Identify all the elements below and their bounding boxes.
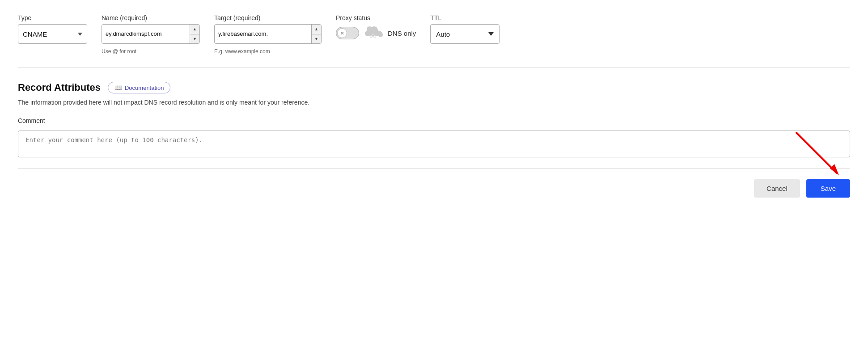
section-description: The information provided here will not i… [18,98,850,107]
ttl-label: TTL [430,14,500,21]
type-select[interactable]: CNAME [18,24,87,44]
ttl-chevron-down-icon [488,32,494,36]
comment-field: Comment [18,117,850,157]
type-field: Type CNAME [18,14,87,44]
chevron-down-icon [78,33,82,36]
target-spinbox[interactable]: y.firebasemail.com. ▲ ▼ [214,24,322,44]
target-label: Target (required) [214,14,322,21]
record-attributes-section: Record Attributes 📖 Documentation The in… [18,68,850,169]
target-value: y.firebasemail.com. [215,25,311,43]
ttl-value: Auto [436,30,486,38]
section-title-row: Record Attributes 📖 Documentation [18,82,850,93]
proxy-status-field: Proxy status ✕ DNS only [336,14,416,41]
comment-input[interactable] [18,131,850,157]
proxy-status-label: Proxy status [336,14,416,21]
toggle-x-icon: ✕ [340,31,344,36]
cancel-button[interactable]: Cancel [754,179,800,198]
toggle-knob: ✕ [337,28,347,38]
type-select-value: CNAME [23,30,75,38]
dns-only-label: DNS only [388,30,416,37]
target-arrow-up[interactable]: ▲ [312,25,321,34]
book-icon: 📖 [114,84,122,91]
name-value: ey.dmarcdkimspf.com [102,25,190,43]
documentation-button[interactable]: 📖 Documentation [108,82,170,93]
action-row: Cancel Save [18,169,850,208]
target-hint: E.g. www.example.com [214,48,322,55]
name-label: Name (required) [102,14,200,21]
comment-label: Comment [18,117,850,124]
section-title: Record Attributes [18,82,101,93]
name-arrow-down[interactable]: ▼ [190,34,199,44]
name-arrow-up[interactable]: ▲ [190,25,199,34]
proxy-status-controls: ✕ DNS only [336,25,416,41]
type-label: Type [18,14,87,21]
cloud-icon-wrapper [364,25,383,41]
ttl-select[interactable]: Auto [430,24,500,44]
save-button[interactable]: Save [806,179,850,198]
name-field: Name (required) ey.dmarcdkimspf.com ▲ ▼ … [102,14,200,55]
doc-button-label: Documentation [125,84,164,91]
target-arrows: ▲ ▼ [311,25,321,43]
target-field: Target (required) y.firebasemail.com. ▲ … [214,14,322,55]
proxy-toggle[interactable]: ✕ [336,27,359,39]
name-hint: Use @ for root [102,48,200,55]
cloud-icon [364,26,383,40]
target-arrow-down[interactable]: ▼ [312,34,321,44]
name-arrows: ▲ ▼ [190,25,199,43]
name-spinbox[interactable]: ey.dmarcdkimspf.com ▲ ▼ [102,24,200,44]
ttl-field: TTL Auto [430,14,500,44]
